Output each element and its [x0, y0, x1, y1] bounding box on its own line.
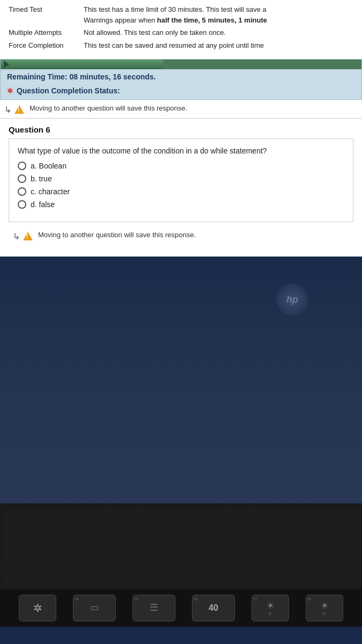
key-brightness-down[interactable]: f7 ☀ 4- — [252, 595, 289, 621]
option-c-text: c. character — [31, 187, 70, 196]
option-d-text: d. false — [31, 200, 55, 209]
radio-d[interactable] — [18, 200, 26, 209]
force-completion-label: Force Completion — [9, 40, 84, 51]
option-a[interactable]: a. Boolean — [18, 162, 344, 170]
radio-b[interactable] — [18, 174, 26, 183]
hp-logo: hp — [276, 283, 308, 316]
key-display[interactable]: f4 ▭ — [73, 595, 116, 621]
timer-bar-fill — [1, 60, 163, 69]
bottom-warning-triangle-icon — [23, 232, 33, 240]
key-volume[interactable]: f6 40 — [192, 595, 235, 621]
arrow-icon: ↳ — [4, 105, 11, 115]
timer-bar-arrow — [4, 61, 9, 68]
display-icon: ▭ — [90, 602, 99, 613]
timed-test-row: Timed Test This test has a time limit of… — [9, 4, 353, 25]
option-b-text: b. true — [31, 174, 52, 183]
bottom-warning-row: ↳ Moving to another question will save t… — [9, 222, 353, 248]
key-brightness-toggle[interactable]: ✲ — [19, 595, 56, 621]
multiple-attempts-label: Multiple Attempts — [9, 27, 84, 38]
warning-triangle-icon — [14, 105, 24, 114]
option-c[interactable]: c. character — [18, 187, 344, 196]
timer-section: Remaining Time: 08 minutes, 16 seconds. … — [0, 59, 362, 100]
menu-icon: ☰ — [150, 602, 158, 613]
top-warning-text: Moving to another question will save thi… — [29, 104, 187, 112]
question-title: Question 6 — [9, 125, 353, 134]
timer-bar-container — [1, 60, 361, 69]
radio-c[interactable] — [18, 187, 26, 196]
question-completion-label: Question Completion Status: — [17, 86, 120, 95]
key4-badge: f6 — [194, 597, 198, 602]
key-brightness-up[interactable]: f8 ☀ 4- — [306, 595, 343, 621]
timed-test-value: This test has a time limit of 30 minutes… — [84, 4, 353, 25]
timer-text-row: Remaining Time: 08 minutes, 16 seconds. — [1, 69, 361, 84]
timed-test-label: Timed Test — [9, 4, 84, 25]
key6-label: 4- — [322, 611, 327, 616]
option-d[interactable]: d. false — [18, 200, 344, 209]
brightness-down-icon: ☀ — [267, 601, 274, 611]
info-section: Timed Test This test has a time limit of… — [0, 0, 362, 59]
key6-badge: f8 — [308, 597, 312, 602]
volume-number: 40 — [209, 603, 218, 613]
force-completion-value: This test can be saved and resumed at an… — [84, 40, 353, 51]
question-box: What type of value is the outcome of the… — [9, 138, 353, 222]
question-section: Question 6 What type of value is the out… — [0, 119, 362, 257]
star-key-icon: ✲ — [33, 602, 42, 614]
question-completion-row: ✱ Question Completion Status: — [1, 84, 361, 99]
taskbar: ✲ f4 ▭ f5 ☰ f6 40 f7 ☀ 4- f8 ☀ 4- — [0, 589, 362, 627]
option-b[interactable]: b. true — [18, 174, 344, 183]
hp-text: hp — [286, 294, 298, 305]
bottom-warning-text: Moving to another question will save thi… — [38, 231, 196, 239]
laptop-body: hp — [0, 257, 362, 589]
keyboard-area — [0, 503, 362, 589]
remaining-label: Remaining Time: — [7, 72, 68, 81]
keyboard-texture — [2, 508, 360, 587]
brightness-up-icon: ☀ — [321, 601, 328, 611]
multiple-attempts-row: Multiple Attempts Not allowed. This test… — [9, 27, 353, 38]
bottom-arrow-icon: ↳ — [13, 231, 20, 241]
top-warning-row: ↳ Moving to another question will save t… — [0, 100, 362, 118]
remaining-value: 08 minutes, 16 seconds. — [69, 72, 156, 81]
key5-badge: f7 — [254, 597, 257, 602]
key5-label: 4- — [268, 611, 272, 616]
force-completion-row: Force Completion This test can be saved … — [9, 40, 353, 51]
radio-a[interactable] — [18, 162, 26, 170]
key2-badge: f4 — [75, 597, 79, 602]
option-a-text: a. Boolean — [31, 162, 67, 170]
multiple-attempts-value: Not allowed. This test can only be taken… — [84, 27, 353, 38]
key3-badge: f5 — [135, 597, 138, 602]
key-menu[interactable]: f5 ☰ — [132, 595, 175, 621]
question-text: What type of value is the outcome of the… — [18, 147, 344, 155]
screen-content: Timed Test This test has a time limit of… — [0, 0, 362, 257]
star-icon: ✱ — [7, 86, 13, 95]
